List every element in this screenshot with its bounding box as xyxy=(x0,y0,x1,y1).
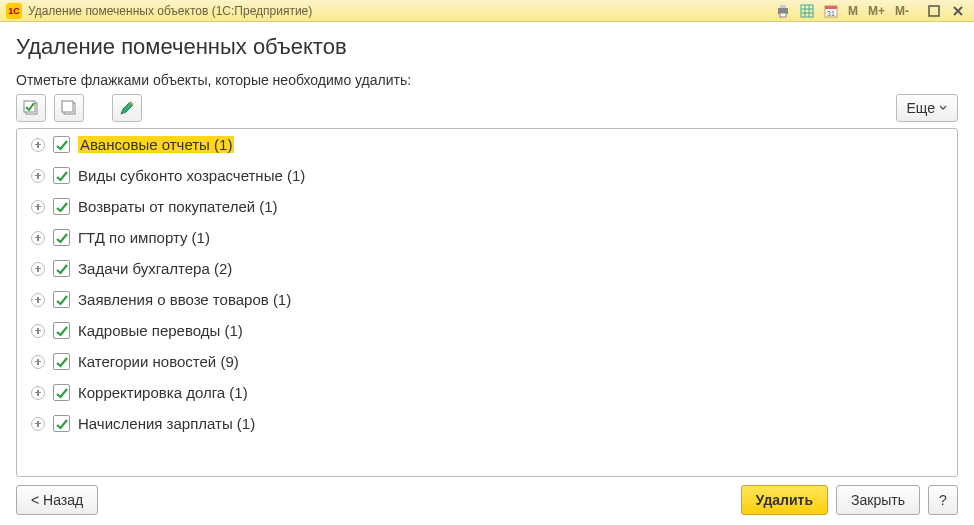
back-button[interactable]: < Назад xyxy=(16,485,98,515)
tree-item-label: Начисления зарплаты (1) xyxy=(78,415,255,432)
tree-row[interactable]: Авансовые отчеты (1) xyxy=(17,129,957,160)
tree-item-label: Задачи бухгалтера (2) xyxy=(78,260,232,277)
expand-icon[interactable] xyxy=(31,355,45,369)
expand-icon[interactable] xyxy=(31,262,45,276)
calendar-icon[interactable]: 31 xyxy=(821,2,841,20)
tree-item-label: Возвраты от покупателей (1) xyxy=(78,198,278,215)
tree-item-label: Корректировка долга (1) xyxy=(78,384,248,401)
more-button-label: Еще xyxy=(907,100,936,116)
tree-row[interactable]: Заявления о ввозе товаров (1) xyxy=(17,284,957,315)
svg-rect-9 xyxy=(825,6,837,9)
checkbox[interactable] xyxy=(53,198,70,215)
checkbox[interactable] xyxy=(53,353,70,370)
tree-item-label: Категории новостей (9) xyxy=(78,353,239,370)
tree-item-label: Авансовые отчеты (1) xyxy=(78,136,234,153)
expand-icon[interactable] xyxy=(31,386,45,400)
delete-button[interactable]: Удалить xyxy=(741,485,828,515)
checkbox[interactable] xyxy=(53,322,70,339)
memory-mminus-button[interactable]: M- xyxy=(892,2,912,20)
tree-row[interactable]: ГТД по импорту (1) xyxy=(17,222,957,253)
tree-row[interactable]: Возвраты от покупателей (1) xyxy=(17,191,957,222)
footer: < Назад Удалить Закрыть ? xyxy=(16,485,958,515)
uncheck-all-button[interactable] xyxy=(54,94,84,122)
maximize-button[interactable] xyxy=(924,2,944,20)
help-button[interactable]: ? xyxy=(928,485,958,515)
page-title: Удаление помеченных объектов xyxy=(16,34,958,60)
content-area: Удаление помеченных объектов Отметьте фл… xyxy=(0,22,974,525)
objects-tree[interactable]: Авансовые отчеты (1)Виды субконто хозрас… xyxy=(16,128,958,477)
window-titlebar: 1C Удаление помеченных объектов (1С:Пред… xyxy=(0,0,974,22)
more-button[interactable]: Еще xyxy=(896,94,959,122)
tree-row[interactable]: Корректировка долга (1) xyxy=(17,377,957,408)
checkbox[interactable] xyxy=(53,167,70,184)
svg-rect-1 xyxy=(780,5,786,8)
svg-rect-17 xyxy=(62,101,73,112)
window-close-button[interactable] xyxy=(948,2,968,20)
window-title: Удаление помеченных объектов (1С:Предпри… xyxy=(28,4,767,18)
svg-text:31: 31 xyxy=(827,10,835,17)
tree-row[interactable]: Начисления зарплаты (1) xyxy=(17,408,957,439)
checkbox[interactable] xyxy=(53,260,70,277)
titlebar-tools: 31 M M+ M- xyxy=(773,2,968,20)
expand-icon[interactable] xyxy=(31,417,45,431)
tree-row[interactable]: Задачи бухгалтера (2) xyxy=(17,253,957,284)
svg-rect-3 xyxy=(801,5,813,17)
grid-icon[interactable] xyxy=(797,2,817,20)
toolbar: Еще xyxy=(16,94,958,122)
print-icon[interactable] xyxy=(773,2,793,20)
tree-item-label: ГТД по импорту (1) xyxy=(78,229,210,246)
expand-icon[interactable] xyxy=(31,231,45,245)
expand-icon[interactable] xyxy=(31,138,45,152)
edit-button[interactable] xyxy=(112,94,142,122)
tree-row[interactable]: Категории новостей (9) xyxy=(17,346,957,377)
expand-icon[interactable] xyxy=(31,293,45,307)
tree-row[interactable]: Виды субконто хозрасчетные (1) xyxy=(17,160,957,191)
checkbox[interactable] xyxy=(53,136,70,153)
tree-item-label: Виды субконто хозрасчетные (1) xyxy=(78,167,305,184)
checkbox[interactable] xyxy=(53,291,70,308)
checkbox[interactable] xyxy=(53,229,70,246)
expand-icon[interactable] xyxy=(31,200,45,214)
check-all-button[interactable] xyxy=(16,94,46,122)
svg-rect-11 xyxy=(929,6,939,16)
chevron-down-icon xyxy=(939,105,947,111)
memory-m-button[interactable]: M xyxy=(845,2,861,20)
expand-icon[interactable] xyxy=(31,169,45,183)
logo-1c: 1C xyxy=(6,3,22,19)
tree-item-label: Кадровые переводы (1) xyxy=(78,322,243,339)
tree-row[interactable]: Кадровые переводы (1) xyxy=(17,315,957,346)
svg-rect-2 xyxy=(780,13,786,17)
tree-item-label: Заявления о ввозе товаров (1) xyxy=(78,291,291,308)
close-button[interactable]: Закрыть xyxy=(836,485,920,515)
checkbox[interactable] xyxy=(53,384,70,401)
instruction-text: Отметьте флажками объекты, которые необх… xyxy=(16,72,958,88)
expand-icon[interactable] xyxy=(31,324,45,338)
memory-mplus-button[interactable]: M+ xyxy=(865,2,888,20)
checkbox[interactable] xyxy=(53,415,70,432)
